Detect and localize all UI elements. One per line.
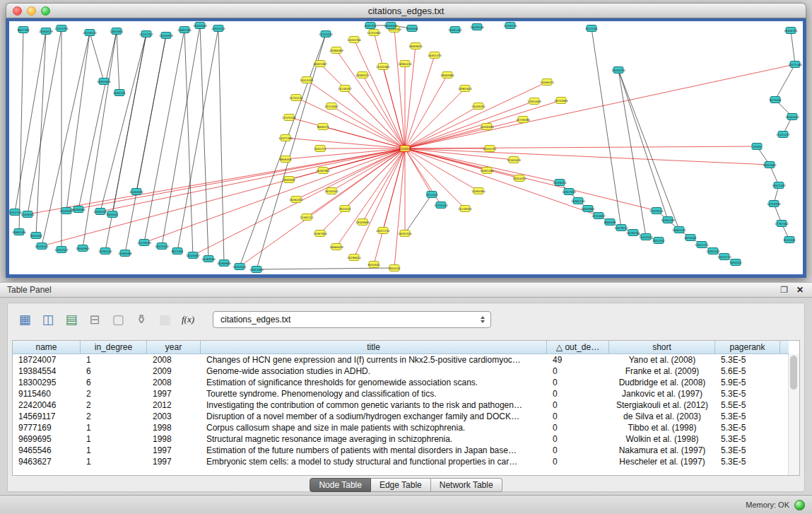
graph-node[interactable]: 12202061	[376, 64, 390, 70]
graph-node[interactable]: 12752115	[289, 95, 303, 101]
table-row[interactable]: 946362711997Embryonic stem cells: a mode…	[13, 456, 799, 467]
graph-node[interactable]: 12957929	[562, 189, 576, 195]
column-header-short[interactable]: short	[609, 341, 715, 354]
graph-node[interactable]: 12065064	[471, 188, 486, 194]
table-row[interactable]: 911546021997Tourette syndrome. Phenomeno…	[13, 388, 799, 399]
graph-node[interactable]: 12520646	[355, 219, 370, 226]
graph-node[interactable]: 18301475	[428, 52, 442, 59]
graph-node[interactable]: 2045713	[314, 146, 326, 152]
graph-node[interactable]: 16116121	[35, 243, 49, 250]
graph-node[interactable]: 17851849	[527, 98, 541, 105]
column-header-out_degree[interactable]: △ out_de…	[547, 341, 609, 354]
delete-table-icon[interactable]: ⚱	[131, 310, 151, 329]
graph-node[interactable]: 16436781	[784, 28, 798, 34]
graph-node[interactable]: 10434041	[233, 264, 247, 270]
table-row[interactable]: 1830029562008Estimation of significance …	[13, 377, 799, 388]
graph-node[interactable]: 12161619	[507, 157, 521, 163]
graph-node[interactable]: 2630105	[114, 90, 126, 96]
graph-node[interactable]: 18301025	[398, 230, 412, 237]
graph-node[interactable]: 19482853	[785, 114, 799, 120]
tab-network-table[interactable]: Network Table	[431, 478, 502, 492]
graph-node[interactable]: 11579199	[137, 240, 151, 246]
scrollbar-thumb[interactable]	[790, 356, 797, 390]
graph-node[interactable]: 15724224	[319, 31, 333, 37]
graph-node[interactable]: 16190762	[626, 230, 640, 236]
graph-node[interactable]: 16476012	[553, 180, 567, 186]
graph-node[interactable]: 14571460	[788, 62, 802, 68]
graph-node[interactable]: 9671394	[172, 248, 184, 255]
graph-node[interactable]: 12114042	[324, 103, 339, 110]
graph-node[interactable]: 12204788	[347, 37, 361, 43]
graph-node[interactable]: 16150542	[324, 188, 339, 194]
graph-node[interactable]: 21247447	[139, 31, 153, 37]
graph-node[interactable]: 19734903	[554, 98, 568, 104]
graph-node[interactable]: 25260850	[129, 189, 143, 195]
graph-node[interactable]: 15146457	[338, 86, 352, 92]
table-row[interactable]: 1456911722003Disruption of a novel membe…	[13, 411, 799, 422]
graph-node[interactable]: 11253360	[367, 30, 381, 36]
graph-node[interactable]: 10581481	[448, 27, 462, 33]
graph-node[interactable]: 16624907	[763, 162, 777, 168]
graph-node[interactable]: 11344557	[639, 234, 653, 240]
graph-node[interactable]: 15520807	[186, 252, 200, 259]
column-header-pagerank[interactable]: pagerank	[715, 341, 780, 354]
graph-node[interactable]: 9852584	[30, 233, 42, 239]
graph-node[interactable]: 9245302	[784, 237, 796, 243]
graph-node[interactable]: 21908468	[118, 250, 132, 257]
graph-node[interactable]: 7623410	[339, 206, 351, 212]
graph-node[interactable]: 9275044	[770, 97, 782, 103]
graph-node[interactable]: 17475536	[282, 115, 296, 121]
graph-node[interactable]: 12023527	[54, 247, 69, 253]
graph-node[interactable]: 15615771	[695, 242, 709, 248]
network-selector[interactable]: citations_edges.txt	[213, 311, 491, 328]
column-header-name[interactable]: name	[13, 341, 81, 354]
graph-node[interactable]: 18668039	[329, 244, 343, 250]
graph-node[interactable]: 13226252	[471, 103, 486, 110]
table-row[interactable]: 977716911998Corpus callosum shape and si…	[13, 422, 799, 433]
graph-node[interactable]: 18555774	[717, 254, 731, 260]
graph-node[interactable]: 16954950	[249, 267, 264, 273]
graph-node[interactable]: 9806374	[317, 124, 329, 130]
tab-edge-table[interactable]: Edge Table	[371, 478, 431, 492]
graph-node[interactable]: 12016590	[767, 201, 781, 207]
graph-node[interactable]: 18952604	[97, 78, 111, 85]
graph-node[interactable]: 17767382	[775, 221, 789, 227]
graph-node[interactable]: 9254102	[653, 238, 665, 244]
graph-node[interactable]: 9294512	[730, 259, 742, 266]
graph-node[interactable]: 9252845	[368, 262, 380, 268]
graph-node[interactable]: 8181704	[365, 23, 377, 29]
graph-node[interactable]: 9546328	[406, 25, 418, 32]
graph-node[interactable]: 10638961	[581, 206, 595, 212]
function-builder-icon[interactable]: f(x)	[178, 310, 198, 329]
window-titlebar[interactable]: citations_edges.txt	[6, 3, 806, 18]
graph-node[interactable]: 22044751	[483, 146, 497, 152]
graph-node[interactable]: 7634154	[389, 265, 401, 271]
graph-node[interactable]: 20071742	[376, 228, 390, 234]
graph-node[interactable]: 11313755	[54, 25, 69, 32]
graph-node[interactable]: 14679214	[614, 225, 628, 231]
graph-node[interactable]: 1724057	[399, 146, 411, 152]
graph-node[interactable]: 10961624	[458, 86, 472, 92]
graph-node[interactable]: 8878483	[685, 235, 697, 241]
graph-node[interactable]: 9505501	[107, 211, 119, 218]
graph-node[interactable]: 18984214	[398, 61, 412, 67]
table-row[interactable]: 946554611997Estimation of the future num…	[13, 445, 799, 456]
zoom-window-icon[interactable]	[41, 6, 50, 16]
graph-node[interactable]: 9147544	[586, 25, 598, 32]
graph-node[interactable]: 15958	[752, 144, 762, 150]
graph-node[interactable]: 9886309	[604, 219, 616, 226]
close-window-icon[interactable]	[13, 6, 22, 16]
graph-node[interactable]: 17979512	[649, 208, 664, 214]
float-panel-icon[interactable]: ❐	[780, 285, 788, 295]
graph-node[interactable]: 15545979	[159, 33, 173, 39]
graph-node[interactable]: 14691506	[177, 27, 192, 33]
graph-node[interactable]: 12446114	[503, 23, 517, 29]
graph-node[interactable]: 16262207	[289, 197, 303, 203]
graph-node[interactable]: 18239726	[470, 24, 484, 30]
graph-node[interactable]: 19404569	[193, 23, 207, 29]
graph-node[interactable]: 11381111	[300, 214, 314, 221]
graph-node[interactable]: 10871297	[772, 182, 786, 189]
graph-node[interactable]: 12610651	[110, 28, 124, 35]
graph-node[interactable]: 10765152	[98, 248, 112, 255]
graph-node[interactable]: 19565982	[440, 72, 454, 78]
